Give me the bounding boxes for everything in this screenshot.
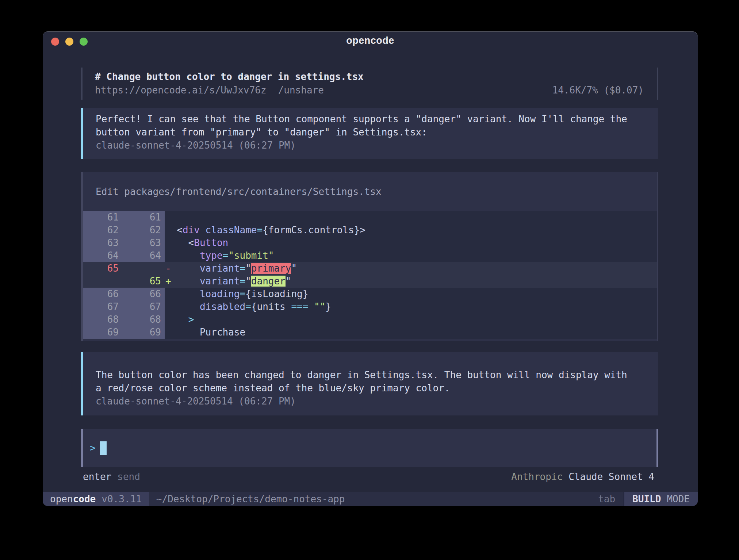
hint-row: enter send Anthropic Claude Sonnet 4 bbox=[81, 470, 658, 483]
new-line-number: 63 bbox=[124, 237, 165, 249]
new-line-number: 69 bbox=[124, 326, 165, 339]
context-usage-stats: 14.6K/7% ($0.07) bbox=[552, 84, 644, 97]
old-line-number: 68 bbox=[83, 313, 124, 326]
diff-code-line: + variant="danger" bbox=[165, 275, 657, 288]
diff-row: 6666 loading={isLoading} bbox=[83, 288, 657, 300]
diff-row: 6767 disabled={units === ""} bbox=[83, 300, 657, 313]
status-bar: opencode v0.3.11 ~/Desktop/Projects/demo… bbox=[43, 492, 698, 506]
model-timestamp: claude-sonnet-4-20250514 (06:27 PM) bbox=[96, 139, 658, 152]
text-cursor bbox=[100, 441, 107, 455]
share-url-link[interactable]: https://opencode.ai/s/UwJxv76z bbox=[95, 84, 267, 97]
main-content: # Change button color to danger in setti… bbox=[81, 52, 658, 483]
working-directory: ~/Desktop/Projects/demo-notes-app bbox=[156, 494, 345, 505]
tab-key-hint: tab bbox=[598, 494, 615, 505]
new-line-number: 67 bbox=[124, 300, 165, 313]
title-bar: opencode bbox=[43, 31, 698, 52]
new-line-number: 61 bbox=[124, 211, 165, 224]
edit-tool-header: Edit packages/frontend/src/containers/Se… bbox=[83, 172, 657, 198]
message-line: a red/rose color scheme instead of the b… bbox=[96, 381, 658, 395]
message-line: The button color has been changed to dan… bbox=[96, 368, 658, 381]
diff-code-line: - variant="primary" bbox=[165, 262, 657, 275]
diff-code-line bbox=[165, 211, 657, 224]
app-window: opencode # Change button color to danger… bbox=[43, 31, 698, 506]
app-name: open bbox=[50, 494, 73, 505]
diff-code-line: type="submit" bbox=[165, 249, 657, 262]
unshare-command[interactable]: /unshare bbox=[278, 84, 324, 97]
new-line-number: 65 bbox=[124, 275, 165, 288]
old-line-number: 69 bbox=[83, 326, 124, 339]
diff-row: 65- variant="primary" bbox=[83, 262, 657, 275]
diff-code-line: Purchase bbox=[165, 326, 657, 339]
window-title: opencode bbox=[43, 35, 698, 46]
diff-code-line: <div className={formCs.controls}> bbox=[165, 224, 657, 237]
send-action-hint: send bbox=[117, 470, 140, 483]
assistant-message: The button color has been changed to dan… bbox=[81, 352, 658, 415]
mode-name: BUILD bbox=[632, 494, 661, 505]
app-version: v0.3.11 bbox=[102, 494, 142, 505]
new-line-number: 66 bbox=[124, 288, 165, 300]
diff-row: 6464 type="submit" bbox=[83, 249, 657, 262]
diff-code-line: disabled={units === ""} bbox=[165, 300, 657, 313]
old-line-number: 61 bbox=[83, 211, 124, 224]
old-line-number: 67 bbox=[83, 300, 124, 313]
mode-suffix: MODE bbox=[667, 494, 690, 505]
old-line-number: 65 bbox=[83, 262, 124, 275]
diff-row: 6262 <div className={formCs.controls}> bbox=[83, 224, 657, 237]
model-timestamp: claude-sonnet-4-20250514 (06:27 PM) bbox=[96, 395, 658, 408]
old-line-number: 62 bbox=[83, 224, 124, 237]
provider-label: Anthropic bbox=[511, 470, 563, 483]
old-line-number bbox=[83, 275, 124, 288]
message-line: button variant from "primary" to "danger… bbox=[96, 126, 658, 139]
old-line-number: 63 bbox=[83, 237, 124, 249]
model-label: Claude Sonnet 4 bbox=[568, 470, 654, 483]
edit-tool-block: Edit packages/frontend/src/containers/Se… bbox=[81, 172, 658, 341]
prompt-input[interactable]: > bbox=[81, 429, 658, 467]
new-line-number bbox=[124, 262, 165, 275]
diff-row: 6969 Purchase bbox=[83, 326, 657, 339]
assistant-message: Perfect! I can see that the Button compo… bbox=[81, 108, 658, 159]
prompt-symbol: > bbox=[90, 442, 96, 453]
diff-table: 6161 6262 <div className={formCs.control… bbox=[83, 211, 657, 339]
old-line-number: 66 bbox=[83, 288, 124, 300]
diff-row: 6161 bbox=[83, 211, 657, 224]
new-line-number: 64 bbox=[124, 249, 165, 262]
diff-code-line: > bbox=[165, 313, 657, 326]
app-version-segment: opencode v0.3.11 bbox=[43, 492, 149, 506]
diff-code-line: <Button bbox=[165, 237, 657, 249]
enter-key-hint: enter bbox=[83, 470, 111, 483]
new-line-number: 62 bbox=[124, 224, 165, 237]
diff-row: 65+ variant="danger" bbox=[83, 275, 657, 288]
new-line-number: 68 bbox=[124, 313, 165, 326]
mode-segment[interactable]: BUILD MODE bbox=[623, 492, 698, 506]
session-title: # Change button color to danger in setti… bbox=[95, 70, 364, 84]
diff-code-line: loading={isLoading} bbox=[165, 288, 657, 300]
old-line-number: 64 bbox=[83, 249, 124, 262]
diff-row: 6868 > bbox=[83, 313, 657, 326]
session-header: # Change button color to danger in setti… bbox=[81, 68, 658, 100]
message-line: Perfect! I can see that the Button compo… bbox=[96, 112, 658, 126]
diff-row: 6363 <Button bbox=[83, 237, 657, 249]
